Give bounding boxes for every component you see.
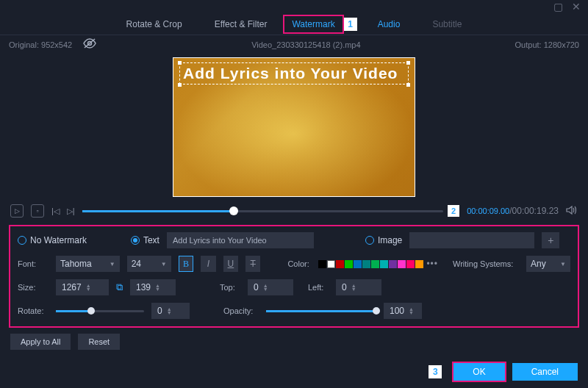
spinner-icon[interactable]: ▲▼: [351, 284, 356, 291]
tab-bar: Rotate & Crop Effect & Filter Watermark …: [0, 13, 588, 35]
tab-audio[interactable]: Audio: [357, 15, 417, 34]
font-family-select[interactable]: Tahoma▼: [56, 256, 120, 272]
spinner-icon[interactable]: ▲▼: [167, 307, 172, 315]
rotate-value: 0: [157, 306, 162, 316]
prev-frame-icon[interactable]: |◁: [51, 206, 60, 216]
next-frame-icon[interactable]: ▷|: [67, 206, 75, 216]
writing-systems-label: Writing Systems:: [453, 259, 519, 268]
swatch[interactable]: [406, 260, 415, 268]
spinner-icon[interactable]: ▲▼: [263, 284, 268, 291]
swatch[interactable]: [371, 260, 379, 268]
swatch[interactable]: [318, 260, 326, 268]
step-badge-2: 2: [448, 205, 459, 217]
opacity-label: Opacity:: [223, 306, 259, 315]
color-label: Color:: [287, 259, 311, 268]
swatch[interactable]: [327, 260, 335, 268]
watermark-text-input[interactable]: [167, 232, 314, 248]
left-value: 0: [342, 282, 347, 292]
watermark-image-input[interactable]: [409, 232, 534, 248]
cancel-button[interactable]: Cancel: [512, 363, 578, 381]
link-aspect-icon[interactable]: ⧉: [116, 281, 123, 293]
font-family-value: Tahoma: [60, 259, 92, 269]
swatch[interactable]: [362, 260, 370, 268]
window-close-icon[interactable]: ✕: [572, 1, 581, 12]
swatch[interactable]: [345, 260, 353, 268]
swatch[interactable]: [354, 260, 362, 268]
ok-button[interactable]: OK: [453, 363, 504, 381]
radio-no-watermark[interactable]: No Watermark: [18, 235, 87, 245]
timeline-slider[interactable]: [82, 210, 443, 212]
swatch[interactable]: [415, 260, 423, 268]
size-width-value: 1267: [62, 282, 82, 292]
time-total: 00:00:19.23: [512, 206, 559, 216]
more-colors-icon[interactable]: •••: [426, 259, 438, 269]
radio-text-label: Text: [143, 235, 159, 245]
watermark-panel: No Watermark Text Image + Font: Tahoma▼ …: [9, 225, 579, 328]
font-size-select[interactable]: 24▼: [127, 256, 171, 272]
tab-effect-filter[interactable]: Effect & Filter: [198, 15, 284, 34]
writing-systems-value: Any: [531, 259, 546, 269]
tab-watermark[interactable]: Watermark: [283, 15, 343, 34]
font-size-value: 24: [132, 259, 141, 269]
video-preview[interactable]: Add Lyrics into Your Video: [173, 57, 415, 197]
tab-subtitle[interactable]: Subtitle: [416, 15, 478, 34]
underline-button[interactable]: U: [223, 256, 238, 272]
size-height-value: 139: [136, 282, 151, 292]
opacity-input[interactable]: 100 ▲▼: [384, 303, 422, 319]
output-size-label: Output: 1280x720: [515, 40, 579, 49]
opacity-value: 100: [390, 306, 404, 316]
reset-button[interactable]: Reset: [78, 334, 120, 350]
font-label: Font:: [18, 259, 49, 268]
bold-button[interactable]: B: [179, 256, 194, 272]
swatch[interactable]: [380, 260, 388, 268]
top-label: Top:: [220, 283, 240, 292]
original-size-label: Original: 952x542: [9, 40, 72, 49]
step-badge-1: 1: [344, 18, 357, 31]
rotate-input[interactable]: 0 ▲▼: [151, 303, 190, 319]
filename-label: Video_230330125418 (2).mp4: [251, 40, 360, 49]
size-label: Size:: [18, 283, 49, 292]
top-value: 0: [254, 282, 259, 292]
tab-rotate-crop[interactable]: Rotate & Crop: [110, 15, 198, 34]
top-input[interactable]: 0 ▲▼: [248, 279, 293, 295]
size-width-input[interactable]: 1267 ▲▼: [56, 279, 109, 295]
watermark-text-overlay[interactable]: Add Lyrics into Your Video: [179, 62, 409, 85]
radio-image-watermark[interactable]: Image: [365, 235, 402, 245]
step-badge-3: 3: [429, 365, 442, 378]
tab-watermark-label: Watermark: [292, 19, 334, 29]
swatch[interactable]: [398, 260, 406, 268]
left-input[interactable]: 0 ▲▼: [336, 279, 381, 295]
apply-to-all-button[interactable]: Apply to All: [10, 334, 71, 350]
swatch[interactable]: [389, 260, 397, 268]
left-label: Left:: [308, 283, 329, 292]
rotate-slider[interactable]: [56, 310, 144, 312]
spinner-icon[interactable]: ▲▼: [409, 307, 414, 315]
swatch[interactable]: [336, 260, 344, 268]
rotate-label: Rotate:: [18, 306, 49, 315]
opacity-slider[interactable]: [266, 310, 376, 312]
size-height-input[interactable]: 139 ▲▼: [130, 279, 176, 295]
radio-image-label: Image: [378, 235, 402, 245]
spinner-icon[interactable]: ▲▼: [155, 284, 160, 291]
window-maximize-icon[interactable]: ▢: [553, 1, 563, 12]
spinner-icon[interactable]: ▲▼: [86, 284, 91, 291]
add-image-button[interactable]: +: [542, 232, 559, 248]
italic-button[interactable]: I: [201, 256, 215, 272]
radio-no-watermark-label: No Watermark: [30, 235, 87, 245]
stop-button[interactable]: ▫: [31, 204, 44, 218]
color-swatches: •••: [318, 259, 438, 269]
writing-systems-select[interactable]: Any▼: [526, 256, 570, 272]
play-button[interactable]: ▷: [10, 204, 24, 218]
radio-text-watermark[interactable]: Text: [131, 235, 159, 245]
visibility-toggle-icon[interactable]: [82, 38, 97, 51]
strikethrough-button[interactable]: T: [245, 256, 260, 272]
volume-icon[interactable]: [566, 205, 578, 218]
time-current: 00:00:09.00: [467, 206, 509, 215]
